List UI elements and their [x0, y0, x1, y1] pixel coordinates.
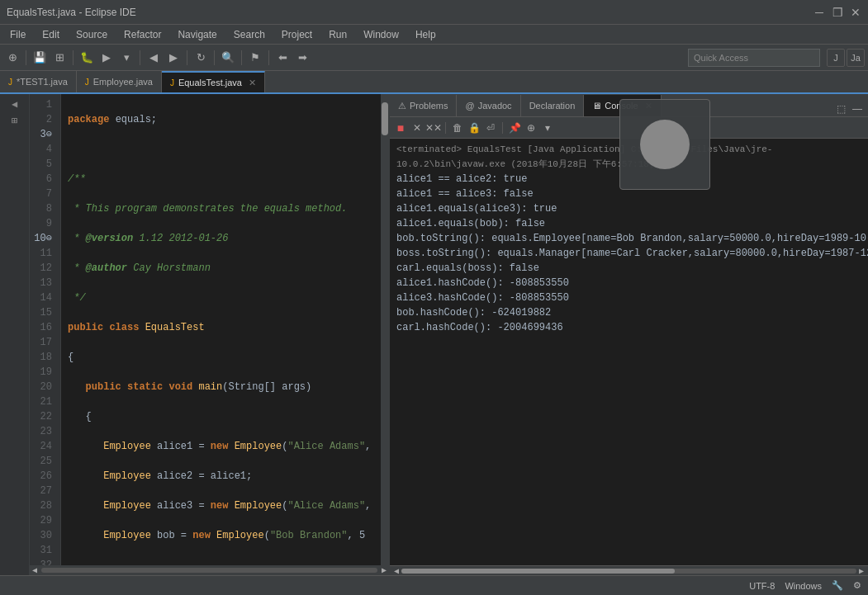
editor-scroll-thumb — [382, 102, 388, 135]
menu-refactor[interactable]: Refactor — [117, 27, 168, 42]
pin-console-btn[interactable]: 📌 — [507, 120, 522, 135]
tab-label-employee: Employee.java — [93, 77, 153, 87]
tab-javadoc[interactable]: @ Javadoc — [457, 95, 520, 116]
tab-equalstest[interactable]: J EqualsTest.java ✕ — [162, 71, 265, 92]
console-minimize-btn[interactable]: — — [850, 102, 865, 116]
console-line-5: bob.toString(): equals.Employee[name=Bob… — [396, 231, 861, 246]
menu-search[interactable]: Search — [227, 27, 272, 42]
console-scroll-thumb — [401, 569, 675, 574]
collapse-all-btn[interactable]: ◀ — [8, 97, 21, 111]
maximize-button[interactable]: ❒ — [832, 7, 843, 18]
console-line-11: carl.hashCode(): -2004699436 — [396, 320, 861, 335]
prev-edit-button[interactable]: ◀ — [145, 49, 163, 67]
menu-navigate[interactable]: Navigate — [171, 27, 223, 42]
console-sep-2 — [502, 122, 503, 134]
minimize-button[interactable]: ─ — [813, 7, 825, 18]
main-content: ◀ ⊞ 1 2 3⊖ 4 5 6 7 8 9 10⊖ 11 12 13 14 1… — [0, 94, 868, 575]
remove-launch-btn[interactable]: ✕ — [410, 120, 425, 135]
expand-btn[interactable]: ⊞ — [8, 114, 21, 127]
clear-console-btn[interactable]: 🗑 — [450, 120, 465, 135]
menu-file[interactable]: File — [3, 27, 32, 42]
code-editor[interactable]: package equals; /** * This program demon… — [61, 94, 381, 565]
run-history-button[interactable]: ▾ — [117, 49, 135, 67]
tab-problems-icon: ⚠ — [398, 101, 406, 111]
console-dropdown-btn[interactable]: ▾ — [540, 120, 555, 135]
modal-circle-content — [640, 120, 690, 169]
menu-window[interactable]: Window — [357, 27, 406, 42]
tab-icon-employee: J — [85, 78, 89, 87]
console-horizontal-scrollbar[interactable]: ◀ ▶ — [390, 565, 868, 575]
console-output: <terminated> EqualsTest [Java Applicatio… — [390, 139, 868, 565]
debug-button[interactable]: 🐛 — [78, 49, 96, 67]
menu-help[interactable]: Help — [409, 27, 443, 42]
navigate-fwd-btn[interactable]: ➡ — [293, 49, 311, 67]
tab-icon-test1: J — [8, 78, 12, 87]
tab-javadoc-label: Javadoc — [478, 101, 512, 111]
hscroll-right-arrow[interactable]: ▶ — [379, 565, 389, 575]
left-gutter: ◀ ⊞ — [0, 94, 30, 575]
window-title: EqualsTest.java - Eclipse IDE — [7, 7, 136, 18]
editor-vertical-scrollbar[interactable] — [381, 94, 389, 565]
wrench-icon[interactable]: 🔧 — [832, 580, 843, 591]
menu-bar: File Edit Source Refactor Navigate Searc… — [0, 25, 868, 45]
java-perspective-btn[interactable]: J — [827, 49, 845, 67]
console-hscroll-right[interactable]: ▶ — [856, 566, 866, 576]
toolbar-sep-6 — [241, 50, 242, 65]
run-button[interactable]: ▶ — [97, 49, 116, 67]
console-line-6: boss.toString(): equals.Manager[name=Car… — [396, 246, 861, 261]
perspective-btn-2[interactable]: Ja — [847, 49, 865, 67]
refresh-button[interactable]: ↻ — [192, 49, 210, 67]
word-wrap-btn[interactable]: ⏎ — [483, 120, 498, 135]
open-console-btn[interactable]: ⊕ — [524, 120, 538, 135]
save-button[interactable]: 💾 — [31, 49, 49, 67]
menu-source[interactable]: Source — [69, 27, 114, 42]
tab-employee[interactable]: J Employee.java — [77, 71, 162, 92]
quick-access-label: Quick Access — [694, 53, 748, 63]
search-icon-btn[interactable]: 🔍 — [219, 49, 237, 67]
line-numbers: 1 2 3⊖ 4 5 6 7 8 9 10⊖ 11 12 13 14 15 16… — [30, 94, 61, 565]
hscroll-track — [41, 568, 377, 573]
menu-run[interactable]: Run — [322, 27, 353, 42]
tab-console-icon: 🖥 — [592, 101, 601, 111]
window-controls: ─ ❒ ✕ — [813, 7, 861, 18]
close-button[interactable]: ✕ — [850, 7, 861, 18]
console-line-8: alice1.hashCode(): -808853550 — [396, 276, 861, 290]
console-maximize-btn[interactable]: ⬚ — [833, 102, 848, 116]
tab-test1[interactable]: J *TEST1.java — [0, 71, 77, 92]
console-header: <terminated> EqualsTest [Java Applicatio… — [396, 144, 772, 169]
menu-edit[interactable]: Edit — [36, 27, 66, 42]
tab-declaration-label: Declaration — [529, 101, 576, 111]
terminate-btn[interactable]: ■ — [393, 120, 408, 135]
next-edit-button[interactable]: ▶ — [164, 49, 183, 67]
toolbar-sep-3 — [140, 50, 140, 65]
tab-declaration[interactable]: Declaration — [521, 95, 585, 116]
new-button[interactable]: ⊕ — [3, 49, 21, 67]
console-line-3: alice1.equals(alice3): true — [396, 201, 861, 216]
console-line-10: bob.hashCode(): -624019882 — [396, 305, 861, 320]
remove-all-btn[interactable]: ✕✕ — [426, 120, 441, 135]
hscroll-left-arrow[interactable]: ◀ — [30, 565, 40, 575]
console-tab-actions: ⬚ — — [830, 102, 868, 116]
status-right: UTF-8 Windows 🔧 ⚙ — [749, 580, 861, 591]
editor-tab-bar: J *TEST1.java J Employee.java J EqualsTe… — [0, 71, 868, 94]
menu-project[interactable]: Project — [275, 27, 319, 42]
toolbar-sep-4 — [187, 50, 187, 65]
tab-problems[interactable]: ⚠ Problems — [390, 95, 457, 116]
tab-problems-label: Problems — [410, 101, 448, 111]
console-line-7: carl.equals(boss): false — [396, 261, 861, 276]
tab-close-equalstest[interactable]: ✕ — [249, 78, 256, 88]
save-all-button[interactable]: ⊞ — [50, 49, 69, 67]
quick-access-search[interactable]: Quick Access — [688, 49, 820, 67]
navigate-back-btn[interactable]: ⬅ — [273, 49, 292, 67]
scroll-lock-btn[interactable]: 🔒 — [467, 120, 481, 135]
tab-icon-equalstest: J — [170, 78, 174, 87]
editor-horizontal-scrollbar[interactable]: ◀ ▶ — [30, 565, 389, 575]
tab-label-test1: *TEST1.java — [17, 77, 68, 87]
status-bar: UTF-8 Windows 🔧 ⚙ — [0, 575, 868, 595]
modal-overlay — [619, 99, 710, 190]
marker-btn[interactable]: ⚑ — [246, 49, 264, 67]
title-bar: EqualsTest.java - Eclipse IDE ─ ❒ ✕ — [0, 0, 868, 25]
console-hscroll-left[interactable]: ◀ — [391, 566, 401, 576]
editor-scroll-area[interactable]: 1 2 3⊖ 4 5 6 7 8 9 10⊖ 11 12 13 14 15 16… — [30, 94, 389, 565]
toolbar-icons-right: J Ja — [827, 49, 865, 67]
